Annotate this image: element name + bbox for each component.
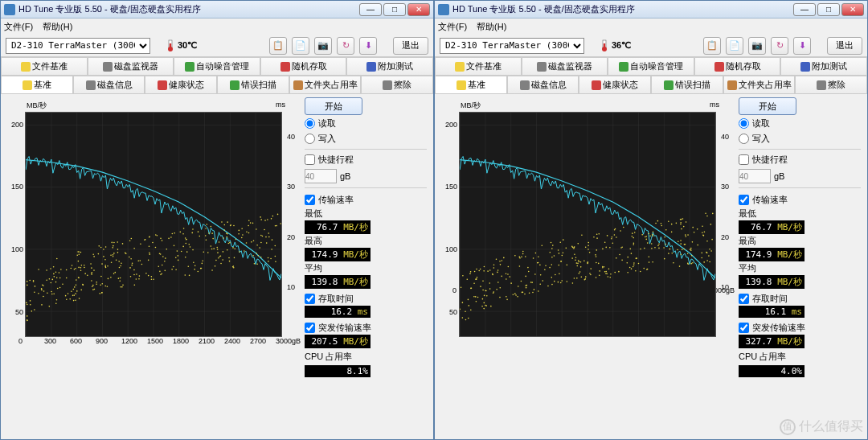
access-checkbox[interactable] — [739, 294, 749, 304]
start-button[interactable]: 开始 — [739, 97, 796, 115]
tab-文件夹占用率[interactable]: 文件夹占用率 — [289, 76, 362, 93]
drive-select[interactable]: D2-310 TerraMaster (3000 gB) — [440, 38, 584, 54]
write-radio[interactable] — [305, 134, 315, 144]
svg-point-160 — [218, 257, 219, 259]
tab-文件夹占用率[interactable]: 文件夹占用率 — [723, 76, 796, 93]
burst-checkbox[interactable] — [739, 323, 749, 333]
svg-point-661 — [522, 251, 524, 253]
menu-help[interactable]: 帮助(H) — [43, 21, 72, 33]
tab-错误扫描[interactable]: 错误扫描 — [651, 76, 723, 93]
screenshot-icon[interactable]: 📷 — [314, 37, 332, 55]
svg-point-676 — [612, 236, 613, 238]
minimize-button[interactable]: — — [793, 3, 816, 16]
write-radio[interactable] — [739, 134, 749, 144]
read-radio-row[interactable]: 读取 — [305, 117, 427, 130]
save-icon[interactable]: ⬇ — [359, 37, 377, 55]
tab-自动噪音管理[interactable]: 自动噪音管理 — [174, 57, 260, 75]
tab-文件基准[interactable]: 文件基准 — [435, 57, 522, 75]
svg-point-125 — [80, 267, 82, 269]
svg-point-568 — [599, 270, 600, 272]
access-checkbox[interactable] — [305, 294, 315, 304]
tab-磁盘监视器[interactable]: 磁盘监视器 — [522, 57, 608, 75]
exit-button[interactable]: 退出 — [393, 37, 428, 55]
tab-自动噪音管理[interactable]: 自动噪音管理 — [608, 57, 694, 75]
transfer-checkbox[interactable] — [305, 195, 315, 205]
tab-row-2: 基准磁盘信息健康状态错误扫描文件夹占用率擦除 — [1, 76, 433, 94]
access-row[interactable]: 存取时间 — [739, 292, 861, 306]
tab-健康状态[interactable]: 健康状态 — [145, 76, 217, 93]
y-right-tick: 30 — [721, 183, 735, 191]
access-row[interactable]: 存取时间 — [305, 292, 427, 306]
tab-磁盘信息[interactable]: 磁盘信息 — [73, 76, 145, 93]
maximize-button[interactable]: □ — [817, 3, 840, 16]
read-radio-row[interactable]: 读取 — [739, 117, 861, 130]
tab-错误扫描[interactable]: 错误扫描 — [217, 76, 289, 93]
y-left-unit: MB/秒 — [27, 101, 47, 111]
close-button[interactable]: ✕ — [841, 3, 864, 16]
refresh-icon[interactable]: ↻ — [771, 37, 788, 55]
tab-label: 基准 — [34, 79, 51, 91]
burst-row[interactable]: 突发传输速率 — [739, 321, 861, 335]
drive-select[interactable]: D2-310 TerraMaster (3000 gB) — [6, 38, 150, 54]
svg-point-629 — [649, 256, 650, 257]
write-radio-row[interactable]: 写入 — [305, 132, 427, 146]
tab-健康状态[interactable]: 健康状态 — [579, 76, 651, 93]
tab-磁盘信息[interactable]: 磁盘信息 — [507, 76, 579, 93]
screenshot-icon[interactable]: 📷 — [748, 37, 766, 55]
tab-文件基准[interactable]: 文件基准 — [1, 57, 88, 75]
svg-point-634 — [538, 256, 539, 257]
tab-磁盘监视器[interactable]: 磁盘监视器 — [88, 57, 174, 75]
transfer-checkbox[interactable] — [739, 195, 749, 205]
minimize-button[interactable]: — — [359, 3, 382, 16]
quick-size-input[interactable] — [739, 169, 771, 183]
maximize-button[interactable]: □ — [383, 3, 406, 16]
copy-screenshot-icon[interactable]: 📄 — [726, 37, 743, 55]
quick-check-row[interactable]: 快捷行程 — [305, 153, 427, 167]
refresh-icon[interactable]: ↻ — [337, 37, 354, 55]
svg-point-730 — [611, 238, 612, 240]
menu-help[interactable]: 帮助(H) — [477, 21, 506, 33]
svg-point-34 — [235, 239, 237, 241]
tab-擦除[interactable]: 擦除 — [361, 76, 433, 93]
menu-file[interactable]: 文件(F) — [4, 21, 33, 33]
copy-info-icon[interactable]: 📋 — [269, 37, 287, 55]
y-left-tick: 150 — [438, 183, 457, 191]
close-button[interactable]: ✕ — [407, 3, 430, 16]
tab-附加测试[interactable]: 附加测试 — [346, 57, 433, 75]
svg-point-531 — [507, 273, 509, 275]
svg-point-305 — [103, 256, 104, 257]
transfer-row[interactable]: 传输速率 — [305, 193, 427, 207]
chart-area: MB/秒ms5010015020010203040030060090012001… — [4, 97, 301, 436]
tab-label: 自动噪音管理 — [196, 60, 249, 72]
tab-随机存取[interactable]: 随机存取 — [694, 57, 781, 75]
svg-point-123 — [211, 269, 213, 271]
tab-附加测试[interactable]: 附加测试 — [780, 57, 867, 75]
watermark-text: 什么值得买 — [799, 418, 863, 435]
write-radio-row[interactable]: 写入 — [739, 132, 861, 146]
svg-point-646 — [571, 245, 573, 247]
svg-point-689 — [482, 290, 484, 291]
save-icon[interactable]: ⬇ — [793, 37, 811, 55]
menu-file[interactable]: 文件(F) — [438, 21, 467, 33]
tab-icon — [664, 80, 674, 90]
svg-point-127 — [227, 233, 228, 235]
tab-擦除[interactable]: 擦除 — [795, 76, 867, 93]
read-radio[interactable] — [739, 118, 749, 129]
read-radio[interactable] — [305, 118, 315, 129]
transfer-row[interactable]: 传输速率 — [739, 193, 861, 207]
tab-随机存取[interactable]: 随机存取 — [260, 57, 347, 75]
quick-checkbox[interactable] — [305, 154, 315, 165]
copy-screenshot-icon[interactable]: 📄 — [292, 37, 309, 55]
start-button[interactable]: 开始 — [305, 97, 362, 115]
burst-row[interactable]: 突发传输速率 — [305, 321, 427, 335]
quick-check-row[interactable]: 快捷行程 — [739, 153, 861, 167]
quick-checkbox[interactable] — [739, 154, 749, 165]
svg-point-656 — [571, 257, 573, 259]
tab-基准[interactable]: 基准 — [1, 76, 73, 93]
copy-info-icon[interactable]: 📋 — [703, 37, 721, 55]
exit-button[interactable]: 退出 — [827, 37, 862, 55]
burst-checkbox[interactable] — [305, 323, 315, 333]
quick-size-input[interactable] — [305, 169, 337, 183]
svg-point-233 — [98, 253, 100, 255]
tab-基准[interactable]: 基准 — [435, 76, 507, 93]
